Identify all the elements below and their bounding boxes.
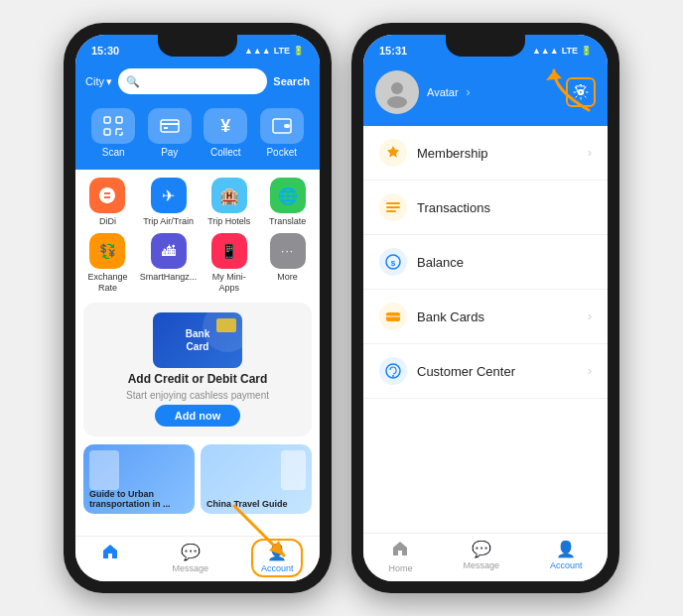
phone-left: 15:30 ▲▲▲ LTE 🔋 City ▾ 🔍 Search	[64, 23, 332, 593]
home-icon-left	[101, 543, 119, 564]
account-icon-right: 👤	[556, 540, 576, 558]
add-now-button[interactable]: Add now	[155, 405, 240, 427]
avatar-label: Avatar	[427, 86, 459, 98]
mini-apps-label: My Mini-Apps	[203, 272, 255, 294]
nav-home-left[interactable]	[101, 543, 119, 573]
nav-account-right[interactable]: 👤 Account	[550, 540, 583, 573]
bottom-nav-left: 💬 Message 👤 Account	[75, 536, 320, 581]
trip-air-label: Trip Air/Train	[143, 216, 194, 227]
pay-label: Pay	[161, 147, 178, 158]
didi-label: DiDi	[99, 216, 116, 227]
nav-account-label-right: Account	[550, 560, 583, 570]
svg-rect-0	[104, 117, 110, 123]
smarthangz-icon: 🏙	[151, 233, 187, 269]
membership-left: Membership	[379, 139, 488, 167]
guide-china-card[interactable]: China Travel Guide	[201, 444, 312, 514]
pocket-icon	[260, 108, 304, 144]
search-input[interactable]: 🔍	[118, 68, 267, 94]
message-icon-right: 💬	[472, 540, 491, 558]
translate-icon: 🌐	[270, 178, 306, 213]
more-label: More	[277, 272, 298, 283]
nav-home-right[interactable]: Home	[388, 540, 412, 573]
membership-icon	[379, 139, 407, 167]
scan-label: Scan	[102, 147, 125, 158]
nav-message-label-right: Message	[463, 560, 499, 570]
menu-item-bank-cards[interactable]: Bank Cards ›	[363, 290, 608, 344]
phone-right: 15:31 ▲▲▲ LTE 🔋 Avatar	[351, 23, 619, 593]
more-app[interactable]: ··· More	[261, 233, 314, 294]
bank-cards-chevron: ›	[588, 309, 592, 323]
signal-left: ▲▲▲	[244, 46, 271, 56]
trip-hotels-icon: 🏨	[211, 178, 247, 213]
guide-urban-card[interactable]: Guide to Urbantransportation in ...	[83, 444, 195, 514]
home-icon-right	[391, 540, 409, 561]
menu-list: Membership › Transactions	[363, 126, 608, 533]
status-icons-left: ▲▲▲ LTE 🔋	[244, 46, 304, 56]
pocket-label: Pocket	[266, 147, 297, 158]
exchange-rate-icon: 💱	[89, 233, 125, 269]
menu-item-membership[interactable]: Membership ›	[363, 126, 608, 181]
transactions-left: Transactions	[379, 193, 490, 221]
mini-apps-app[interactable]: 📱 My Mini-Apps	[203, 233, 255, 294]
nav-message-label-left: Message	[172, 563, 208, 573]
didi-icon	[89, 178, 125, 213]
battery-left: 🔋	[293, 46, 304, 56]
nav-message-right[interactable]: 💬 Message	[463, 540, 499, 573]
scan-button[interactable]: Scan	[91, 108, 135, 158]
screen-left: 15:30 ▲▲▲ LTE 🔋 City ▾ 🔍 Search	[75, 35, 320, 581]
pay-icon	[148, 108, 192, 144]
svg-point-14	[391, 82, 403, 94]
trip-hotels-app[interactable]: 🏨 Trip Hotels	[203, 178, 255, 227]
bottom-nav-right: Home 💬 Message 👤 Account	[363, 533, 608, 581]
customer-center-label: Customer Center	[417, 364, 515, 379]
bank-promo-card: Bank Card Add Credit or Debit Card Start…	[83, 303, 312, 436]
battery-right: 🔋	[581, 46, 592, 56]
balance-icon: $	[379, 248, 407, 276]
search-icon: 🔍	[126, 75, 140, 88]
menu-item-customer-center[interactable]: Customer Center ›	[363, 344, 608, 399]
balance-left: $ Balance	[379, 248, 464, 276]
top-grid: Scan Pay ¥ Collec	[75, 102, 320, 170]
nav-account-left[interactable]: 👤 Account	[261, 543, 294, 573]
svg-rect-19	[386, 210, 396, 212]
smarthangz-app[interactable]: 🏙 SmartHangz...	[140, 233, 198, 294]
guide-urban-label: Guide to Urbantransportation in ...	[89, 489, 171, 509]
svg-rect-7	[161, 120, 179, 132]
transactions-icon	[379, 193, 407, 221]
svg-rect-18	[386, 206, 400, 208]
svg-rect-1	[116, 117, 122, 123]
scan-icon	[91, 108, 135, 144]
collect-icon: ¥	[204, 108, 247, 144]
svg-text:$: $	[391, 259, 396, 268]
didi-app[interactable]: DiDi	[81, 178, 134, 227]
guide-row: Guide to Urbantransportation in ... Chin…	[75, 440, 320, 518]
balance-chevron: ›	[588, 255, 592, 269]
city-button[interactable]: City ▾	[85, 75, 112, 88]
exchange-rate-label: Exchange Rate	[81, 272, 134, 294]
smarthangz-label: SmartHangz...	[140, 272, 198, 283]
exchange-rate-app[interactable]: 💱 Exchange Rate	[81, 233, 134, 294]
avatar[interactable]	[375, 70, 419, 114]
menu-item-balance[interactable]: $ Balance ›	[363, 235, 608, 290]
settings-button[interactable]	[566, 77, 596, 107]
notch-right	[446, 35, 525, 57]
account-header: Avatar ›	[363, 62, 608, 126]
pocket-button[interactable]: Pocket	[260, 108, 304, 158]
membership-label: Membership	[417, 146, 488, 161]
translate-app[interactable]: 🌐 Translate	[261, 178, 314, 227]
nav-message-left[interactable]: 💬 Message	[172, 543, 208, 573]
app-grid: DiDi ✈ Trip Air/Train 🏨 Trip Hotels	[75, 170, 320, 299]
customer-center-left: Customer Center	[379, 357, 515, 385]
svg-rect-17	[386, 202, 400, 204]
search-button[interactable]: Search	[273, 75, 310, 87]
transactions-label: Transactions	[417, 200, 490, 215]
customer-center-chevron: ›	[588, 364, 592, 378]
bank-cards-icon	[379, 303, 407, 330]
trip-air-app[interactable]: ✈ Trip Air/Train	[140, 178, 198, 227]
membership-chevron: ›	[588, 146, 592, 160]
svg-rect-11	[284, 124, 290, 128]
collect-button[interactable]: ¥ Collect	[204, 108, 247, 158]
menu-item-transactions[interactable]: Transactions ›	[363, 181, 608, 235]
bank-cards-left: Bank Cards	[379, 303, 484, 330]
pay-button[interactable]: Pay	[148, 108, 192, 158]
